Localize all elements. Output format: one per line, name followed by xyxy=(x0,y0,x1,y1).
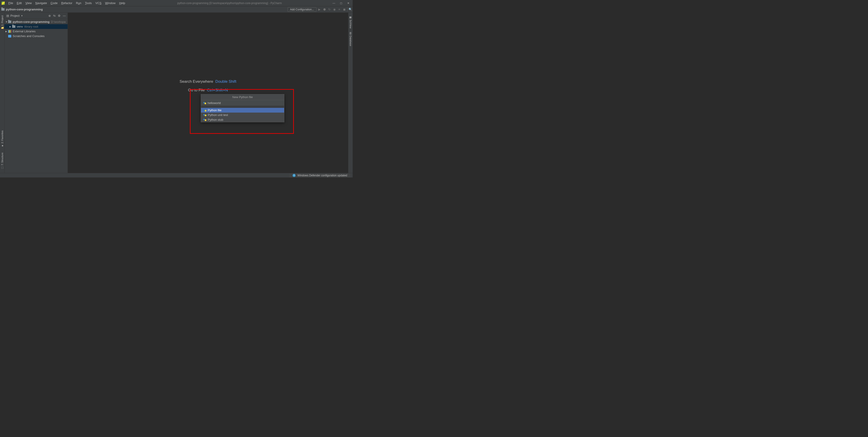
python-icon xyxy=(203,118,206,121)
project-view-selector[interactable]: ▤ Project ▼ xyxy=(6,14,23,18)
stop-icon[interactable]: ≡ xyxy=(337,7,341,11)
menu-navigate[interactable]: Navigate xyxy=(34,1,49,5)
project-panel: ▤ Project ▼ ⊕ ⇆ ⚙ — ▼ python-core-progra… xyxy=(4,13,68,173)
file-type-python-unit-test[interactable]: Python unit test xyxy=(201,113,284,117)
menu-code[interactable]: Code xyxy=(49,1,59,5)
right-gutter: ▦SciView 🗄Database xyxy=(348,13,352,173)
status-notification[interactable]: i Windows Defender configuration updated xyxy=(289,174,350,178)
titlebar: File Edit View Navigate Code Refactor Ru… xyxy=(0,0,352,6)
locate-icon[interactable]: ⊕ xyxy=(49,14,51,18)
sciview-tool-tab[interactable]: ▦SciView xyxy=(348,14,352,30)
run-icon[interactable]: ▶ xyxy=(317,7,321,11)
menu-tools[interactable]: Tools xyxy=(84,1,93,5)
file-type-python-stub[interactable]: Python stub xyxy=(201,117,284,122)
project-tree: ▼ python-core-programming D:\workspa ▶ v… xyxy=(4,19,68,173)
file-type-list: Python file Python unit test Python stub xyxy=(201,108,284,122)
breadcrumb[interactable]: python-core-programming xyxy=(6,8,43,11)
menu-view[interactable]: View xyxy=(24,1,33,5)
window-title: python-core-programming [D:\workspace\py… xyxy=(127,2,332,5)
database-tool-tab[interactable]: 🗄Database xyxy=(349,30,352,48)
filename-input[interactable] xyxy=(208,101,282,105)
folder-icon xyxy=(1,8,4,11)
tree-venv[interactable]: ▶ venv library root xyxy=(4,24,68,29)
hide-icon[interactable]: — xyxy=(63,14,66,18)
expand-arrow-icon[interactable]: ▶ xyxy=(9,26,12,28)
window-controls: — ◻ ✕ xyxy=(332,2,350,5)
profile-icon[interactable]: ◉ xyxy=(332,7,336,11)
tree-external-libraries[interactable]: ▶ External Libraries xyxy=(4,29,68,34)
menu-edit[interactable]: Edit xyxy=(15,1,23,5)
maximize-button[interactable]: ◻ xyxy=(340,2,343,5)
menu-file[interactable]: File xyxy=(7,1,15,5)
python-icon xyxy=(203,101,206,105)
debug-icon[interactable]: ⬢ xyxy=(322,7,327,11)
new-python-file-popup: New Python file Python file Python unit … xyxy=(201,94,284,122)
close-button[interactable]: ✕ xyxy=(347,2,350,5)
menu-bar: File Edit View Navigate Code Refactor Ru… xyxy=(7,1,127,5)
folder-icon xyxy=(8,21,11,23)
expand-icon[interactable]: ⇆ xyxy=(53,14,56,18)
goto-file-hint: Go to FileCtrl+Shift+N xyxy=(180,88,237,92)
folder-icon xyxy=(12,25,16,28)
main-area: 📁1: Project ★2: Favorites ⬚7: Structure … xyxy=(0,13,352,173)
menu-help[interactable]: Help xyxy=(118,1,127,5)
library-icon xyxy=(8,30,11,33)
menu-refactor[interactable]: Refactor xyxy=(60,1,74,5)
coverage-icon[interactable]: ↻ xyxy=(327,7,331,11)
info-icon: i xyxy=(292,174,296,177)
popup-divider xyxy=(201,106,284,108)
menu-vcs[interactable]: VCS xyxy=(94,1,103,5)
python-icon xyxy=(203,114,206,117)
update-icon[interactable]: ◼ xyxy=(342,7,346,11)
search-icon[interactable]: 🔍 xyxy=(347,7,351,11)
settings-icon[interactable]: ⚙ xyxy=(58,14,61,18)
status-bar: i Windows Defender configuration updated xyxy=(0,173,352,178)
structure-tool-tab[interactable]: ⬚7: Structure xyxy=(0,151,4,171)
search-everywhere-hint: Search EverywhereDouble Shift xyxy=(180,80,237,84)
menu-window[interactable]: Window xyxy=(103,1,117,5)
scratches-icon xyxy=(8,35,11,37)
expand-arrow-icon[interactable]: ▶ xyxy=(5,30,8,33)
project-tool-tab[interactable]: 📁1: Project xyxy=(0,13,4,31)
left-gutter: 📁1: Project ★2: Favorites ⬚7: Structure xyxy=(0,13,4,173)
favorites-tool-tab[interactable]: ★2: Favorites xyxy=(0,129,4,149)
popup-title: New Python file xyxy=(201,94,284,100)
pycharm-icon xyxy=(1,1,5,5)
tree-root[interactable]: ▼ python-core-programming D:\workspa xyxy=(4,20,68,24)
editor-area: Search EverywhereDouble Shift Go to File… xyxy=(68,13,348,173)
filename-input-row xyxy=(201,100,284,106)
minimize-button[interactable]: — xyxy=(332,2,336,5)
navigation-bar: python-core-programming Add Configuratio… xyxy=(0,6,352,13)
tree-scratches[interactable]: Scratches and Consoles xyxy=(4,34,68,38)
expand-arrow-icon[interactable]: ▼ xyxy=(5,21,8,23)
file-type-python-file[interactable]: Python file xyxy=(201,108,284,113)
add-configuration-button[interactable]: Add Configuration... xyxy=(287,7,316,12)
project-panel-header: ▤ Project ▼ ⊕ ⇆ ⚙ — xyxy=(4,13,68,19)
menu-run[interactable]: Run xyxy=(74,1,83,5)
python-icon xyxy=(203,109,206,112)
